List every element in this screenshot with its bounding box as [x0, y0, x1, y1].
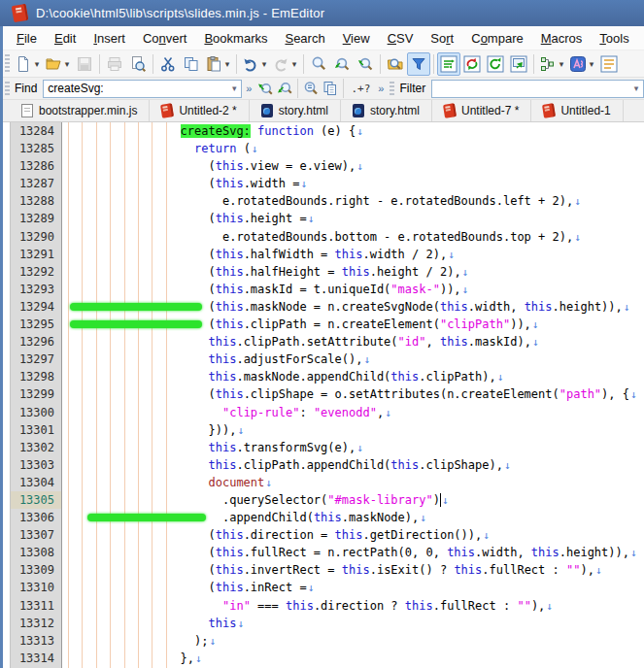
code-line-13291[interactable]: (this.halfWidth = this.width / 2),↓ — [62, 246, 644, 263]
save-button[interactable] — [73, 52, 96, 76]
code-token: this — [531, 546, 559, 559]
redo-button[interactable]: ▾ — [270, 52, 300, 76]
menu-convert[interactable]: Convert — [134, 28, 196, 49]
filter-input[interactable]: ▾ — [431, 80, 644, 98]
code-line-13307[interactable]: (this.direction = this.getDirection()),↓ — [62, 526, 644, 544]
code-line-13305[interactable]: .querySelector("#mask-library")↓ — [62, 491, 644, 509]
reload-button[interactable] — [460, 52, 484, 76]
open-button[interactable]: ▾ — [43, 52, 73, 76]
find-in-files-button[interactable] — [384, 52, 407, 76]
tab-untitled-1[interactable]: Untitled-1 — [531, 100, 623, 121]
chevron-down-icon[interactable]: ▾ — [227, 84, 241, 93]
code-line-13314[interactable]: },↓ — [62, 650, 644, 667]
find-bar-grip-handle[interactable] — [5, 82, 10, 95]
filter-button[interactable] — [407, 52, 430, 76]
code-line-13312[interactable]: this↓ — [62, 615, 644, 632]
code-line-13295[interactable]: (this.clipPath = n.createElement("clipPa… — [62, 316, 644, 333]
code-line-13290[interactable]: e.rotatedBounds.bottom - e.rotatedBounds… — [62, 228, 644, 246]
menu-view[interactable]: View — [334, 28, 379, 49]
code-line-13300[interactable]: "clip-rule": "evenodd",↓ — [62, 404, 644, 421]
overflow-chevron-icon[interactable]: » — [242, 83, 255, 94]
green-marker-annotation — [70, 303, 202, 311]
print-button[interactable] — [103, 52, 126, 76]
code-line-13304[interactable]: document↓ — [62, 474, 644, 491]
find-next-button[interactable] — [330, 52, 354, 76]
overflow-chevron-icon[interactable]: » — [374, 83, 388, 94]
find-next-button[interactable] — [275, 79, 294, 98]
filter-grip-handle[interactable] — [390, 82, 394, 95]
code-token: this — [216, 248, 244, 261]
partial-toolbar-button[interactable] — [597, 52, 621, 76]
find-previous-button[interactable] — [354, 52, 377, 76]
paste-button[interactable]: ▾ — [203, 52, 233, 76]
code-line-13303[interactable]: this.clipPath.appendChild(this.clipShape… — [62, 456, 644, 474]
find-input[interactable]: createSvg: ▾ — [43, 80, 242, 98]
code-line-13297[interactable]: this.adjustForScale(),↓ — [62, 351, 644, 368]
menu-insert[interactable]: Insert — [85, 28, 134, 49]
code-line-13293[interactable]: (this.maskId = t.uniqueId("mask-")),↓ — [62, 281, 644, 298]
code-token: return — [194, 142, 236, 155]
find-all-button[interactable] — [301, 79, 321, 98]
code-line-13301[interactable]: })),↓ — [62, 421, 644, 439]
cut-button[interactable] — [156, 52, 180, 76]
copy-button[interactable] — [180, 52, 203, 76]
tab-untitled-2-[interactable]: Untitled-2 * — [150, 100, 249, 121]
code-line-13308[interactable]: (this.fullRect = n.rectPath(0, 0, this.w… — [62, 544, 644, 561]
regex-toggle[interactable]: .+? — [347, 83, 374, 95]
tab-untitled-7-[interactable]: Untitled-7 * — [432, 100, 531, 121]
chevron-down-icon[interactable]: ▾ — [629, 84, 643, 93]
menu-edit[interactable]: Edit — [46, 28, 85, 49]
find-previous-button[interactable] — [255, 79, 275, 98]
code-token: "mask-" — [390, 283, 440, 296]
extract-button[interactable] — [321, 79, 340, 98]
undo-button[interactable]: ▾ — [240, 52, 270, 76]
word-wrap-button[interactable] — [437, 52, 460, 76]
tab-bootstrapper-min-js[interactable]: bootstrapper.min.js — [10, 100, 150, 121]
code-line-13292[interactable]: (this.halfHeight = this.height / 2),↓ — [62, 263, 644, 281]
code-pane[interactable]: createSvg: function (e) {↓ return (↓ (th… — [62, 122, 644, 668]
toolbar-grip-handle[interactable] — [5, 54, 10, 73]
menu-bookmarks[interactable]: Bookmarks — [195, 28, 276, 49]
menu-file[interactable]: File — [8, 28, 46, 49]
menu-plug-ins[interactable]: Plug-ins — [638, 28, 644, 49]
code-line-13299[interactable]: (this.clipShape = o.setAttributes(n.crea… — [62, 385, 644, 403]
menu-csv[interactable]: CSV — [379, 28, 423, 49]
code-line-13311[interactable]: "in" === this.direction ? this.fullRect … — [62, 597, 644, 615]
refresh-button[interactable] — [484, 52, 507, 76]
new-button[interactable]: ▾ — [13, 52, 43, 76]
code-line-13296[interactable]: this.clipPath.setAttribute("id", this.ma… — [62, 333, 644, 351]
code-token: .height)), — [559, 546, 629, 559]
tab-story-html[interactable]: story.html — [341, 100, 432, 121]
line-break-icon: ↓ — [237, 424, 244, 437]
print-preview-button[interactable] — [126, 52, 150, 76]
menu-macros[interactable]: Macros — [532, 28, 592, 49]
browser-preview-button[interactable] — [507, 52, 530, 76]
tab-story-html[interactable]: story.html — [250, 100, 341, 121]
code-line-13284[interactable]: createSvg: function (e) {↓ — [62, 122, 644, 140]
code-token: .clipPath = n.createElement( — [244, 317, 440, 331]
code-token: ( — [68, 248, 216, 261]
code-line-13287[interactable]: (this.width =↓ — [62, 175, 644, 192]
menu-compare[interactable]: Compare — [462, 28, 531, 49]
menu-tools[interactable]: Tools — [591, 28, 637, 49]
outline-button[interactable]: ▾ — [537, 52, 567, 76]
code-line-13285[interactable]: return (↓ — [62, 140, 644, 157]
menu-search[interactable]: Search — [276, 28, 333, 49]
code-line-13309[interactable]: (this.invertRect = this.isExit() ? this.… — [62, 561, 644, 579]
code-line-13294[interactable]: (this.maskNode = n.createSvgNode(this.wi… — [62, 298, 644, 316]
code-line-13313[interactable]: );↓ — [62, 632, 644, 650]
code-line-13298[interactable]: this.maskNode.appendChild(this.clipPath)… — [62, 368, 644, 385]
encoding-button[interactable]: ▾ — [567, 52, 597, 76]
code-line-13302[interactable]: this.transformSvg(e),↓ — [62, 439, 644, 456]
code-line-13288[interactable]: e.rotatedBounds.right - e.rotatedBounds.… — [62, 192, 644, 210]
find-in-files-icon — [387, 55, 404, 73]
find-button[interactable] — [307, 52, 330, 76]
menu-sort[interactable]: Sort — [422, 28, 462, 49]
title-bar[interactable]: D:\cookie\html5\lib\scripts\slides.min.j… — [0, 0, 644, 26]
code-token: this — [216, 317, 244, 331]
code-line-13306[interactable]: .appendChild(this.maskNode),↓ — [62, 509, 644, 526]
code-line-13289[interactable]: (this.height =↓ — [62, 210, 644, 227]
code-line-13310[interactable]: (this.inRect =↓ — [62, 579, 644, 596]
code-editor[interactable]: 1328413285132861328713288132891329013291… — [3, 122, 644, 668]
code-line-13286[interactable]: (this.view = e.view),↓ — [62, 157, 644, 175]
